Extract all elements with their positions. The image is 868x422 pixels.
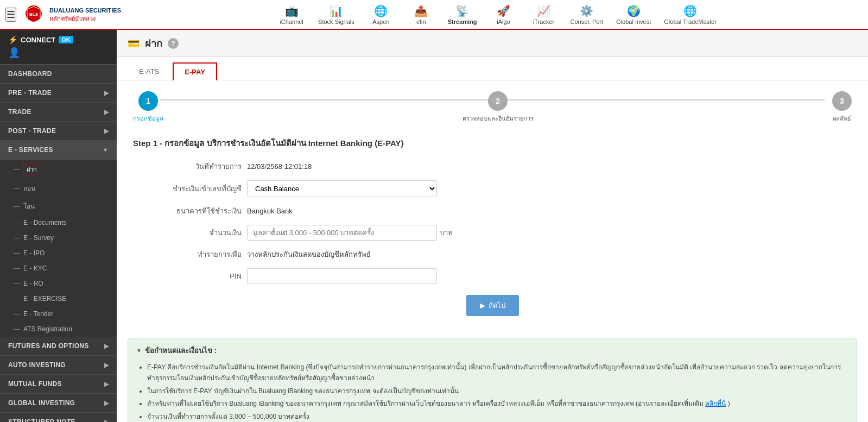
form-section: Step 1 - กรอกข้อมูล บริการชำระเงินอัตโนม… [117, 129, 868, 332]
amount-row: จำนวนเงิน บาท [133, 225, 852, 241]
logo-svg: BLS [22, 4, 46, 26]
efin-icon: 📤 [414, 4, 428, 17]
bank-label: ธนาคารที่ใช้ชำระเงิน [133, 205, 242, 217]
nav-item-itracker[interactable]: 📈 iTracker [525, 2, 563, 27]
sidebar: ⚡ CONNECT OK 👤 DASHBOARD PRE - TRADE ▶ T… [0, 30, 117, 422]
date-label: วันที่ทำรายการ [133, 161, 242, 172]
date-row: วันที่ทำรายการ 12/03/2568 12:01:18 [133, 161, 852, 172]
step-3: 3 ผลลัพธ์ [832, 91, 852, 123]
sidebar-sub-ero[interactable]: — E - RO [0, 276, 117, 291]
conditions-link[interactable]: คลิกที่นี่ [705, 400, 726, 407]
etender-label: E - Tender [23, 310, 53, 318]
step-1: 1 กรอกข้อมูล [133, 91, 163, 123]
pin-label: PIN [133, 272, 242, 280]
step-heading: Step 1 - กรอกข้อมูล บริการชำระเงินอัตโนม… [133, 137, 852, 150]
nav-item-efin[interactable]: 📤 efin [402, 2, 440, 27]
next-icon: ▶ [480, 301, 485, 310]
amount-input-group: บาท [247, 225, 453, 241]
nav-item-stocksignals[interactable]: 📊 Stock Signals [313, 2, 360, 27]
pin-row: PIN [133, 268, 852, 284]
step-1-label: กรอกข้อมูล [133, 114, 163, 123]
page-title: ฝาก [145, 35, 162, 51]
content-area: 💳 ฝาก ? E-ATS E-PAY 1 กรอกข้ [117, 30, 868, 422]
stepper-area: 1 กรอกข้อมูล 2 ตรวจสอบและยืนยันรายการ 3 … [117, 80, 868, 129]
step-2: 2 ตรวจสอบและยืนยันรายการ [462, 91, 534, 123]
sidebar-item-posttrade[interactable]: POST - TRADE ▶ [0, 122, 117, 141]
amount-label: จำนวนเงิน [133, 227, 242, 238]
nav-item-globaltrademaster[interactable]: 🌐 Global TradeMaster [658, 2, 722, 27]
globaltrademaster-icon: 🌐 [683, 4, 697, 17]
nav-label-streaming: Streaming [448, 18, 477, 25]
logo-text: BUALUANG SECURITIES หลักทรัพย์บัวหลวง [49, 7, 121, 22]
step-3-circle: 3 [832, 91, 852, 111]
bank-value: Bangkok Bank [247, 207, 293, 215]
nav-item-aspen[interactable]: 🌐 Aspen [362, 2, 400, 27]
sidebar-sub-edocuments[interactable]: — E - Documents [0, 215, 117, 230]
sidebar-item-trade[interactable]: TRADE ▶ [0, 103, 117, 122]
sidebar-item-structurednote[interactable]: STRUCTURED NOTE ▶ [0, 413, 117, 422]
nav-label-aspen: Aspen [372, 18, 389, 25]
stocksignals-icon: 📊 [330, 4, 343, 17]
ichannel-icon: 📺 [285, 4, 299, 17]
help-button[interactable]: ? [168, 38, 179, 49]
consolport-icon: ⚙️ [580, 4, 593, 17]
globalinvest-icon: 🌍 [627, 4, 641, 17]
tabs-area: E-ATS E-PAY [117, 57, 868, 80]
nav-label-stocksignals: Stock Signals [318, 18, 354, 25]
ok-badge: OK [59, 36, 73, 43]
sidebar-sub-etender[interactable]: — E - Tender [0, 306, 117, 322]
purpose-label: ทำรายการเพื่อ [133, 249, 242, 260]
account-select[interactable]: Cash Balance [247, 180, 437, 197]
condition-item-1: E-PAY คือบริการชำระเงินอัตโนมัติผ่าน Int… [147, 362, 848, 384]
sidebar-sub-eexercise[interactable]: — E - EXERCISE [0, 291, 117, 306]
tab-epay[interactable]: E-PAY [173, 62, 217, 80]
sidebar-sub-ekyc[interactable]: — E - KYC [0, 261, 117, 276]
nav-item-streaming[interactable]: 📡 Streaming [442, 2, 483, 27]
nav-label-consolport: Consol. Port [571, 18, 604, 25]
nav-items: 📺 iChannel 📊 Stock Signals 🌐 Aspen 📤 efi… [132, 2, 863, 27]
amount-unit: บาท [440, 227, 453, 238]
amount-input[interactable] [247, 225, 437, 241]
itracker-icon: 📈 [537, 4, 550, 17]
conditions-header[interactable]: ▼ ข้อกำหนดและเงื่อนไข : [136, 345, 848, 356]
account-label: ชำระเงินเข้าเลขที่บัญชี [133, 183, 242, 194]
page-title-icon: 💳 [128, 37, 140, 49]
nav-item-globalinvest[interactable]: 🌍 Global Invest [611, 2, 656, 27]
sidebar-sub-ton[interactable]: — ถอน [0, 179, 117, 197]
stepper-steps: 1 กรอกข้อมูล 2 ตรวจสอบและยืนยันรายการ 3 … [133, 91, 852, 123]
nav-item-iaigo[interactable]: 🚀 iAigo [485, 2, 523, 27]
conditions-title: ข้อกำหนดและเงื่อนไข : [145, 345, 217, 356]
sidebar-item-dashboard[interactable]: DASHBOARD [0, 65, 117, 84]
connect-text: CONNECT [21, 36, 55, 44]
eipo-label: E - IPO [23, 249, 45, 257]
next-button[interactable]: ▶ ถัดไป [466, 295, 519, 316]
sidebar-sub-esurvey[interactable]: — E - Survey [0, 230, 117, 245]
logo-area: BLS BUALUANG SECURITIES หลักทรัพย์บัวหลว… [22, 4, 121, 26]
condition-item-2: ในการใช้บริการ E-PAY บัญชีเงินฝากใน Bual… [147, 386, 848, 396]
sidebar-item-autoinvesting[interactable]: AUTO INVESTING ▶ [0, 356, 117, 375]
ton-label: ถอน [23, 183, 35, 193]
sidebar-sub-eipo[interactable]: — E - IPO [0, 245, 117, 261]
sidebar-sub-ohn[interactable]: — โอน [0, 197, 117, 215]
sidebar-item-eservices[interactable]: E - SERVICES ▼ [0, 141, 117, 160]
pin-input[interactable] [247, 268, 437, 284]
fak-label: ฝาก [23, 163, 40, 175]
nav-item-consolport[interactable]: ⚙️ Consol. Port [565, 2, 609, 27]
sidebar-sub-fak[interactable]: — ฝาก [0, 160, 117, 179]
sidebar-item-pretrade[interactable]: PRE - TRADE ▶ [0, 84, 117, 103]
sidebar-item-futures[interactable]: FUTURES AND OPTIONS ▶ [0, 337, 117, 356]
sidebar-item-mutualfunds[interactable]: MUTUAL FUNDS ▶ [0, 375, 117, 394]
nav-label-globaltrademaster: Global TradeMaster [664, 18, 717, 25]
sidebar-sub-atsregistration[interactable]: — ATS Registration [0, 322, 117, 337]
nav-label-iaigo: iAigo [497, 18, 510, 25]
page-header: 💳 ฝาก ? [117, 30, 868, 57]
main-layout: ⚡ CONNECT OK 👤 DASHBOARD PRE - TRADE ▶ T… [0, 30, 868, 422]
bank-row: ธนาคารที่ใช้ชำระเงิน Bangkok Bank [133, 205, 852, 217]
step-2-label: ตรวจสอบและยืนยันรายการ [462, 114, 534, 123]
nav-item-ichannel[interactable]: 📺 iChannel [273, 2, 311, 27]
sidebar-item-globalinvesting[interactable]: GLOBAL INVESTING ▶ [0, 394, 117, 413]
tab-eats[interactable]: E-ATS [128, 62, 170, 80]
condition-3-text: สำหรับท่านที่ไม่เคยใช้บริการ Bualuang iB… [147, 400, 705, 407]
purpose-value: วางหลักประกันเงินสดของบัญชีหลักทรัพย์ [247, 249, 371, 260]
hamburger-button[interactable]: ☰ [5, 8, 16, 22]
